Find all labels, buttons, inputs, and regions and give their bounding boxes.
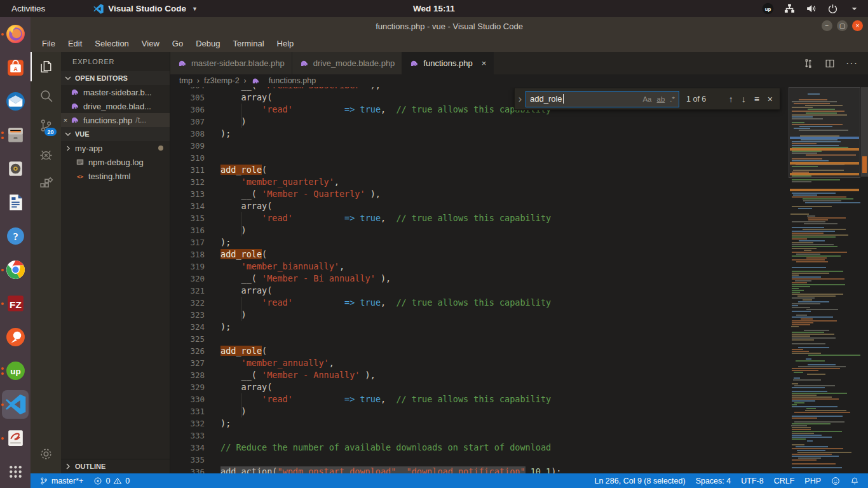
dock-item-show-applications[interactable]	[0, 455, 31, 488]
open-editor-item[interactable]: master-sidebar.b...	[61, 85, 170, 99]
git-branch-status[interactable]: master*+	[34, 477, 88, 485]
chevron-down-tray-icon[interactable]	[848, 3, 860, 15]
activity-source-control[interactable]: 20	[31, 111, 61, 140]
status-encoding[interactable]: UTF-8	[736, 477, 768, 485]
code-line: __( 'Member - Quarterly' ),	[220, 188, 381, 200]
line-number: 316	[170, 224, 205, 236]
match-case-toggle[interactable]: Aa	[642, 95, 651, 103]
menu-go[interactable]: Go	[166, 36, 189, 51]
status-cursor-position[interactable]: Ln 286, Col 9 (8 selected)	[589, 477, 690, 485]
activity-extensions[interactable]	[31, 169, 61, 198]
activity-explorer[interactable]	[31, 52, 61, 81]
indent-guide	[241, 405, 241, 417]
menu-help[interactable]: Help	[271, 36, 301, 51]
find-expand-chevron-icon[interactable]: ›	[515, 93, 526, 105]
activity-search[interactable]	[31, 81, 61, 111]
status-eol[interactable]: CRLF	[769, 477, 800, 485]
more-actions-button[interactable]: ···	[846, 61, 858, 66]
find-previous-button[interactable]: ↑	[729, 94, 733, 104]
dock-item-notes-app[interactable]	[0, 421, 31, 455]
close-icon[interactable]: ×	[482, 58, 487, 68]
whole-word-toggle[interactable]: ab	[657, 95, 665, 103]
close-icon[interactable]: ×	[61, 116, 70, 124]
find-close-button[interactable]: ×	[768, 94, 773, 104]
maximize-button[interactable]: ▢	[837, 20, 848, 31]
outline-section-header[interactable]: OUTLINE	[61, 459, 170, 473]
php-file-icon	[177, 59, 187, 68]
breadcrumb-separator: ›	[244, 76, 247, 85]
dock-item-postman[interactable]	[0, 320, 31, 354]
folder-section-header[interactable]: VUE	[61, 127, 170, 141]
ubuntu-software-icon: A	[5, 57, 26, 78]
dock-item-chrome[interactable]	[0, 253, 31, 287]
line-number: 333	[170, 430, 205, 442]
menu-terminal[interactable]: Terminal	[226, 36, 270, 51]
status-feedback[interactable]	[826, 477, 845, 485]
activity-debug[interactable]	[31, 140, 61, 169]
dock-item-libreoffice-writer[interactable]	[0, 186, 31, 219]
problems-status[interactable]: 00	[88, 477, 135, 485]
minimap[interactable]	[789, 87, 860, 473]
dock-item-help[interactable]: ?	[0, 219, 31, 253]
tab-drive-mode-blade-php[interactable]: drive_mode.blade.php	[292, 52, 403, 74]
activities-button[interactable]: Activities	[0, 4, 54, 13]
find-input[interactable]: add_role Aa ab .*	[526, 91, 679, 107]
network-tray-icon[interactable]	[783, 3, 796, 15]
breadcrumb-item[interactable]: tmp	[179, 76, 193, 85]
line-number: 335	[170, 454, 205, 466]
status-notifications[interactable]	[845, 477, 864, 485]
split-editor-button[interactable]	[824, 58, 836, 69]
window-title-bar[interactable]: functions.php - vue - Visual Studio Code…	[31, 17, 868, 35]
code-editor[interactable]: 304 __( 'Premium Subscriber' ),305 array…	[170, 87, 868, 473]
editor-scrollbar[interactable]	[860, 87, 868, 473]
compare-changes-button[interactable]	[803, 58, 814, 69]
dock-item-files[interactable]	[0, 118, 31, 152]
tab-master-sidebar-blade-php[interactable]: master-sidebar.blade.php	[170, 52, 292, 74]
find-in-selection-button[interactable]: ≡	[754, 94, 759, 104]
dock-item-rhythmbox[interactable]	[0, 152, 31, 186]
line-number: 306	[170, 104, 205, 116]
editor-tab-bar: master-sidebar.blade.phpdrive_mode.blade…	[170, 52, 868, 74]
dock-item-upwork[interactable]: up	[0, 354, 31, 388]
volume-tray-icon[interactable]	[805, 3, 817, 15]
minimize-button[interactable]: −	[822, 20, 832, 31]
line-number: 324	[170, 321, 205, 333]
breadcrumb[interactable]: tmp›fz3temp-2›functions.php	[170, 74, 868, 87]
dock-item-vscode[interactable]	[0, 388, 31, 421]
dock-item-firefox[interactable]	[0, 17, 31, 51]
line-number: 330	[170, 393, 205, 405]
power-tray-icon[interactable]	[827, 3, 839, 15]
system-tray[interactable]: up	[762, 3, 868, 15]
open-editors-header[interactable]: OPEN EDITORS	[61, 71, 170, 85]
tree-item-npm-debug-log[interactable]: npm-debug.log	[61, 155, 170, 169]
status-indentation[interactable]: Spaces: 4	[691, 477, 736, 485]
libreoffice-writer-icon	[5, 192, 26, 213]
tree-item-my-app[interactable]: my-app	[61, 141, 170, 155]
app-menu-button[interactable]: Visual Studio Code ▼	[93, 4, 198, 14]
breadcrumb-item[interactable]: fz3temp-2	[204, 76, 240, 85]
modified-dot-badge	[158, 146, 163, 151]
open-editor-label: drive_mode.blad...	[83, 102, 151, 111]
open-editor-item[interactable]: drive_mode.blad...	[61, 99, 170, 113]
regex-toggle[interactable]: .*	[670, 95, 675, 103]
filezilla-icon: FZ	[5, 293, 26, 314]
dock-item-thunderbird[interactable]	[0, 85, 31, 118]
dock-item-ubuntu-software[interactable]: A	[0, 51, 31, 85]
upwork-tray-icon[interactable]: up	[762, 3, 774, 15]
status-language-mode[interactable]: PHP	[799, 477, 826, 485]
code-line: 'read' => true, // true allows this capa…	[220, 104, 551, 116]
find-next-button[interactable]: ↓	[742, 94, 746, 104]
menu-edit[interactable]: Edit	[62, 36, 88, 51]
menu-file[interactable]: File	[36, 36, 62, 51]
activity-manage[interactable]	[31, 439, 61, 468]
menu-selection[interactable]: Selection	[88, 36, 135, 51]
breadcrumb-item[interactable]: functions.php	[269, 76, 316, 85]
line-number: 312	[170, 176, 205, 188]
tree-item-testing-html[interactable]: <>testing.html	[61, 169, 170, 183]
close-button[interactable]: ×	[852, 20, 863, 31]
tab-functions-php[interactable]: functions.php×	[402, 52, 494, 74]
dock-item-filezilla[interactable]: FZ	[0, 287, 31, 320]
menu-debug[interactable]: Debug	[189, 36, 226, 51]
menu-view[interactable]: View	[135, 36, 166, 51]
open-editor-item[interactable]: ×functions.php/t...	[61, 113, 170, 127]
